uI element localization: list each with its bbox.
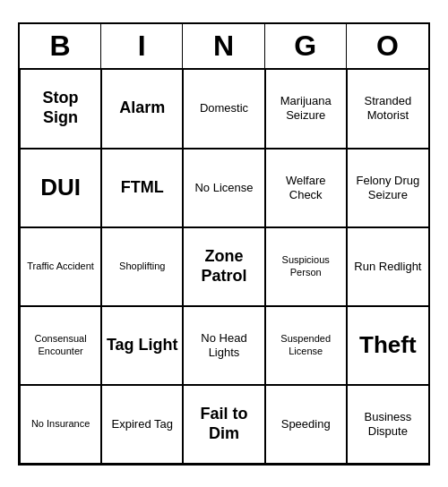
bingo-card: BINGO Stop SignAlarmDomesticMarijuana Se…: [18, 22, 430, 466]
bingo-cell[interactable]: FTML: [101, 149, 183, 227]
bingo-cell[interactable]: Traffic Accident: [20, 227, 101, 306]
header-letter: B: [20, 24, 101, 68]
bingo-cell[interactable]: Zone Patrol: [183, 227, 264, 306]
bingo-cell[interactable]: Marijuana Seizure: [265, 70, 347, 149]
bingo-cell[interactable]: Alarm: [101, 70, 183, 149]
bingo-cell[interactable]: Stranded Motorist: [347, 70, 428, 149]
bingo-cell[interactable]: Expired Tag: [101, 385, 183, 464]
header-letter: G: [265, 24, 347, 68]
bingo-grid: Stop SignAlarmDomesticMarijuana SeizureS…: [20, 70, 428, 464]
bingo-cell[interactable]: Tag Light: [101, 306, 183, 385]
header-letter: O: [347, 24, 428, 68]
bingo-cell[interactable]: No License: [183, 149, 264, 227]
bingo-cell[interactable]: Felony Drug Seizure: [347, 149, 428, 227]
bingo-cell[interactable]: Shoplifting: [101, 227, 183, 306]
bingo-cell[interactable]: No Head Lights: [183, 306, 264, 385]
bingo-cell[interactable]: Welfare Check: [265, 149, 347, 227]
bingo-header: BINGO: [20, 24, 428, 70]
bingo-cell[interactable]: Theft: [347, 306, 428, 385]
bingo-cell[interactable]: Suspicious Person: [265, 227, 347, 306]
header-letter: N: [183, 24, 264, 68]
bingo-cell[interactable]: DUI: [20, 149, 101, 227]
bingo-cell[interactable]: Domestic: [183, 70, 264, 149]
bingo-cell[interactable]: Stop Sign: [20, 70, 101, 149]
bingo-cell[interactable]: Run Redlight: [347, 227, 428, 306]
bingo-cell[interactable]: Suspended License: [265, 306, 347, 385]
bingo-cell[interactable]: Consensual Encounter: [20, 306, 101, 385]
bingo-cell[interactable]: No Insurance: [20, 385, 101, 464]
bingo-cell[interactable]: Business Dispute: [347, 385, 428, 464]
bingo-cell[interactable]: Fail to Dim: [183, 385, 264, 464]
bingo-cell[interactable]: Speeding: [265, 385, 347, 464]
header-letter: I: [101, 24, 183, 68]
